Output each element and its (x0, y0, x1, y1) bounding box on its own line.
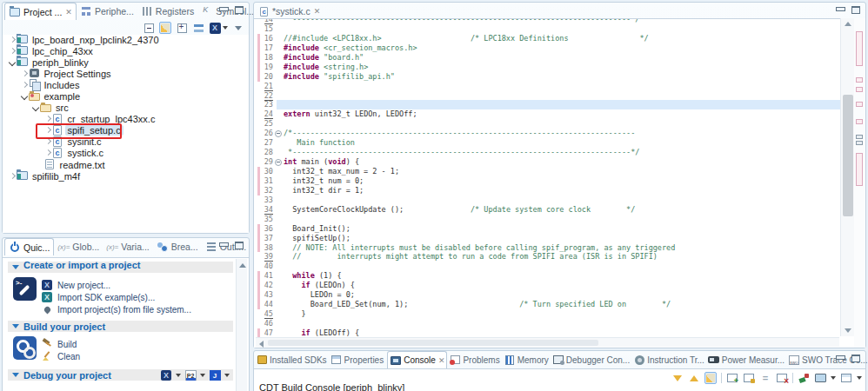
editor-horizontal-scrollbar[interactable] (256, 337, 839, 347)
toolbar-viewmenu[interactable] (232, 22, 244, 34)
section-header-3[interactable]: Debug your projectXP2J (8, 369, 233, 381)
quickstart-scrollbar[interactable] (236, 259, 247, 391)
chevron-down-icon[interactable] (31, 103, 40, 112)
explorer-tab-project-[interactable]: Project ...✕ (4, 3, 77, 20)
tree-item-example[interactable]: example (3, 90, 249, 102)
quickstart-tab-glob-[interactable]: Glob... (54, 238, 103, 255)
code-line-23[interactable]: 23 (254, 100, 842, 109)
jlink-icon[interactable]: J (209, 369, 221, 381)
dropdown-caret-icon[interactable] (223, 26, 228, 30)
ruler-mark[interactable] (856, 141, 863, 145)
quickstart-link-new-project-[interactable]: XNew project... (41, 279, 110, 291)
toolbar-xnavy[interactable]: X (209, 22, 228, 34)
toolbar-collapse[interactable] (143, 22, 155, 34)
chevron-right-icon[interactable] (8, 47, 17, 56)
console-tab-power-measur-[interactable]: Power Measur... (706, 351, 786, 368)
chevron-right-icon[interactable] (43, 149, 52, 157)
console-toolbar-winlock[interactable] (743, 372, 755, 384)
scrollbar-thumb[interactable] (843, 95, 853, 216)
tree-item-spifilib-m4f[interactable]: spifilib_m4f (3, 170, 249, 182)
tree-item-periph-blinky[interactable]: periph_blinky (3, 56, 249, 68)
close-icon[interactable]: ✕ (65, 8, 72, 17)
ruler-mark[interactable] (856, 77, 863, 83)
quickstart-link-build[interactable]: Build (41, 338, 77, 350)
scroll-left-icon[interactable] (259, 341, 264, 348)
dropdown-caret-icon[interactable] (224, 374, 230, 377)
console-toolbar-pinrg[interactable] (798, 372, 810, 384)
collapse-triangle-icon[interactable] (12, 324, 19, 328)
quickstart-tab-brea-[interactable]: Brea... (153, 238, 202, 255)
dropdown-caret-icon[interactable] (857, 376, 862, 380)
quickstart-tab-quic-[interactable]: Quic... (4, 238, 54, 255)
tree-item-project-settings[interactable]: Project Settings (3, 68, 249, 79)
close-icon[interactable]: ✕ (314, 7, 321, 16)
maximize-icon[interactable] (851, 355, 860, 362)
chevron-right-icon[interactable] (43, 115, 52, 123)
console-tab-properties[interactable]: Properties (329, 351, 386, 368)
console-toolbar-winplus[interactable] (726, 372, 738, 384)
editor-tab--systick-c[interactable]: *systick.c✕ (254, 3, 324, 20)
maximize-icon[interactable] (235, 242, 244, 249)
section-header-2[interactable]: Build your project (8, 321, 233, 332)
dropdown-caret-icon[interactable] (831, 376, 836, 380)
scroll-up-icon[interactable] (845, 22, 851, 26)
minimize-icon[interactable] (836, 355, 845, 362)
toolbar-plusbox[interactable] (176, 22, 188, 34)
minimize-icon[interactable] (219, 6, 228, 14)
ruler-mark[interactable] (856, 102, 863, 107)
scrollbar-thumb[interactable] (268, 340, 598, 346)
console-tab-memory[interactable]: Memory (502, 351, 551, 368)
minimize-icon[interactable] (836, 6, 845, 14)
code-line-30[interactable]: 30 int32_t max_num = 2 - 1; (254, 167, 842, 176)
code-line-19[interactable]: 19#include <string.h> (254, 63, 842, 72)
explorer-tab-registers[interactable]: Registers (137, 3, 197, 20)
console-tab-debugger-con-[interactable]: Debugger Con... (551, 351, 631, 368)
code-line-33[interactable]: 33 (254, 196, 842, 205)
maximize-icon[interactable] (851, 6, 860, 14)
pe-icon[interactable]: P2 (184, 369, 197, 381)
console-toolbar-linkhl[interactable] (704, 372, 717, 384)
code-line-42[interactable]: 42 if (LEDOn) { (254, 281, 842, 290)
code-line-39[interactable]: 39 // interrupts might attempt to run a … (254, 252, 842, 262)
code-line-29[interactable]: 29int main (void) { (254, 157, 842, 167)
minimize-icon[interactable] (219, 242, 228, 249)
quickstart-link-import-project-s-from-file-system-[interactable]: Import project(s) from file system... (41, 303, 191, 315)
code-line-31[interactable]: 31 int32_t num = 0; (254, 176, 842, 186)
console-tab-installed-sdks[interactable]: Installed SDKs (254, 351, 329, 368)
quickstart-link-clean[interactable]: Clean (41, 350, 80, 362)
code-line-35[interactable]: 35 (254, 215, 842, 224)
editor-body[interactable]: 14 -------------------------------------… (254, 18, 865, 348)
tree-item-includes[interactable]: Includes (3, 79, 249, 90)
code-line-15[interactable]: 15 (254, 24, 842, 34)
code-line-37[interactable]: 37 spifiSetUp(); (254, 234, 842, 243)
console-toolbar-arrup[interactable] (688, 372, 700, 384)
ruler-mark[interactable] (856, 87, 863, 92)
console-tab-console[interactable]: Console✕ (387, 351, 447, 368)
code-line-40[interactable]: 40 (254, 262, 842, 271)
chevron-down-icon[interactable] (8, 58, 17, 67)
dropdown-caret-icon[interactable] (200, 374, 205, 377)
ruler-mark[interactable] (856, 135, 863, 139)
code-line-28[interactable]: 28 *------------------------------------… (254, 148, 842, 157)
code-line-44[interactable]: 44 Board_LED_Set(num, 1); /* Turn specif… (254, 300, 842, 309)
toolbar-sync[interactable] (192, 22, 204, 34)
code-line-38[interactable]: 38 // NOTE: All interrupts must be disab… (254, 243, 842, 253)
close-icon[interactable]: ✕ (438, 356, 445, 365)
code-line-43[interactable]: 43 LEDOn = 0; (254, 290, 842, 300)
code-line-32[interactable]: 32 int32_t dir = 1; (254, 186, 842, 196)
code-line-36[interactable]: 36 Board_Init(); (254, 224, 842, 234)
console-toolbar-arrdn[interactable] (671, 372, 684, 384)
tree-item-lpc-chip-43xx[interactable]: lpc_chip_43xx (3, 45, 249, 56)
code-line-34[interactable]: 34 SystemCoreClockUpdate (); /* Update s… (254, 205, 842, 215)
explorer-tab-periphe-[interactable]: Periphe... (77, 3, 137, 20)
code-line-27[interactable]: 27 Main function (254, 138, 842, 148)
code-line-20[interactable]: 20#include "spifilib_api.h" (254, 72, 842, 82)
scroll-up-icon[interactable] (239, 263, 246, 268)
code-line-16[interactable]: 16//#include <LPC18xx.h> /* LPC18xx Defi… (254, 34, 842, 43)
ruler-mark[interactable] (856, 119, 863, 124)
code-line-14[interactable]: 14 -------------------------------------… (254, 18, 842, 24)
tree-item-src[interactable]: src (3, 103, 249, 114)
chevron-down-icon[interactable] (20, 92, 29, 101)
console-toolbar-monitor[interactable] (814, 372, 826, 384)
toolbar-link[interactable] (159, 22, 171, 34)
